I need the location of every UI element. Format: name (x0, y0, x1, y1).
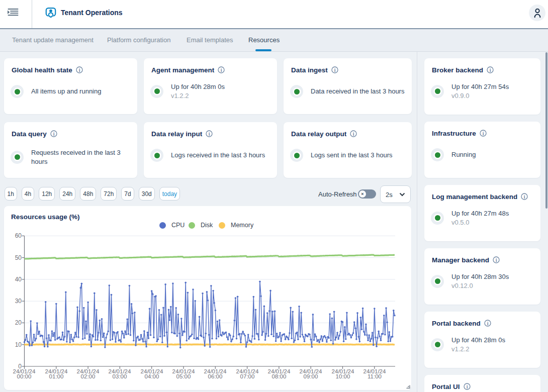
svg-text:i: i (334, 67, 335, 73)
svg-text:i: i (524, 194, 525, 200)
svg-text:i: i (482, 131, 484, 136)
svg-text:i: i (78, 67, 80, 73)
svg-text:i: i (496, 257, 497, 263)
svg-text:i: i (209, 131, 210, 137)
svg-text:i: i (487, 321, 488, 326)
svg-text:i: i (53, 131, 54, 137)
svg-text:i: i (353, 131, 354, 137)
svg-text:i: i (466, 384, 468, 389)
svg-text:i: i (490, 67, 491, 73)
svg-text:i: i (221, 67, 222, 73)
